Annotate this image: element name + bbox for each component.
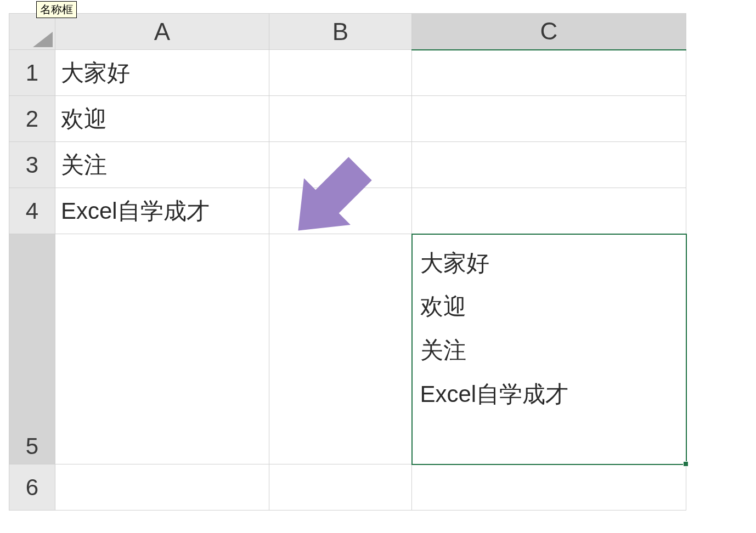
- cell-a6[interactable]: [55, 464, 269, 511]
- fill-handle[interactable]: [683, 461, 689, 467]
- cell-c1[interactable]: [412, 50, 686, 96]
- column-header-b[interactable]: B: [269, 14, 412, 50]
- select-all-corner[interactable]: [9, 14, 55, 50]
- cell-c3[interactable]: [412, 142, 686, 188]
- row-header-2[interactable]: 2: [9, 96, 55, 142]
- cell-c5[interactable]: 大家好 欢迎 关注 Excel自学成才: [412, 234, 686, 464]
- cell-c5-line1: 大家好: [420, 241, 678, 285]
- cell-c5-line3: 关注: [420, 328, 678, 372]
- name-box-tooltip: 名称框: [36, 1, 77, 18]
- cell-a5[interactable]: [55, 234, 269, 464]
- spreadsheet-grid: A B C 1 大家好 2 欢迎 3 关注 4 Excel自学成才: [9, 13, 722, 511]
- cell-c5-line2: 欢迎: [420, 285, 678, 328]
- cell-a2[interactable]: 欢迎: [55, 96, 269, 142]
- row-header-5[interactable]: 5: [9, 234, 55, 464]
- cell-b6[interactable]: [269, 464, 412, 511]
- cell-c6[interactable]: [412, 464, 686, 511]
- column-header-c[interactable]: C: [412, 14, 686, 50]
- corner-triangle-icon: [33, 32, 53, 47]
- cell-b5[interactable]: [269, 234, 412, 464]
- row-header-4[interactable]: 4: [9, 188, 55, 234]
- cell-c4[interactable]: [412, 188, 686, 234]
- row-header-6[interactable]: 6: [9, 464, 55, 511]
- row-header-3[interactable]: 3: [9, 142, 55, 188]
- cell-b1[interactable]: [269, 50, 412, 96]
- column-header-a[interactable]: A: [55, 14, 269, 50]
- cell-c2[interactable]: [412, 96, 686, 142]
- cell-a4[interactable]: Excel自学成才: [55, 188, 269, 234]
- cell-a3[interactable]: 关注: [55, 142, 269, 188]
- cell-b4[interactable]: [269, 188, 412, 234]
- cell-c5-line4: Excel自学成才: [420, 372, 678, 416]
- cell-a1[interactable]: 大家好: [55, 50, 269, 96]
- cell-b3[interactable]: [269, 142, 412, 188]
- row-header-1[interactable]: 1: [9, 50, 55, 96]
- cell-b2[interactable]: [269, 96, 412, 142]
